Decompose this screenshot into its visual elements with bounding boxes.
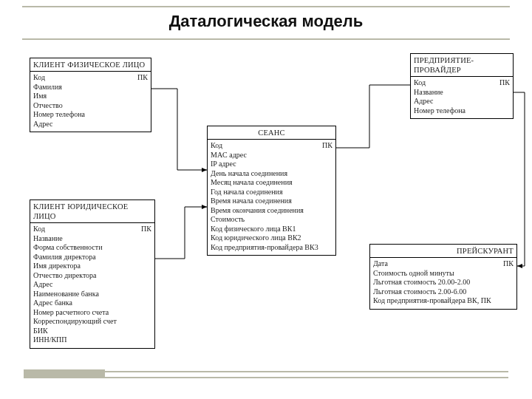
entity-header: СЕАНС [208, 126, 335, 140]
field-row: Имя директора [33, 262, 151, 271]
entity-body: КодПК MAC адрес IP адрес День начала сое… [208, 140, 335, 255]
field-row: Отчество [33, 101, 148, 111]
field-row: День начала соединения [211, 169, 332, 179]
field-row: Номер расчетного счета [33, 308, 151, 318]
field-row: Год начала соединения [211, 188, 332, 197]
footer-decoration [24, 371, 508, 378]
entity-body: ДатаПК Стоимость одной минуты Льготная с… [370, 258, 516, 309]
field-row: КодПК [33, 225, 151, 234]
title-bar: Даталогическая модель [22, 6, 510, 40]
entity-body: КодПК Название Адрес Номер телефона [411, 77, 513, 118]
entity-client-person: КЛИЕНТ ФИЗИЧЕСКОЕ ЛИЦО КодПК Фамилия Имя… [30, 58, 151, 132]
field-row: Время окончания соединения [211, 206, 332, 216]
field-row: Номер телефона [414, 106, 510, 116]
field-row: КодПК [414, 78, 510, 88]
entity-body: КодПК Фамилия Имя Отчество Номер телефон… [30, 72, 151, 132]
field-row: Имя [33, 92, 148, 101]
field-row: IP адрес [211, 160, 332, 169]
field-row: Адрес [414, 97, 510, 106]
field-row: Корреспондирующий счет [33, 317, 151, 327]
field-row: Льготная стоимость 2.00-6.00 [373, 287, 514, 297]
field-row: Код предприятия-провайдера ВК, ПК [373, 296, 514, 306]
field-row: Форма собственности [33, 243, 151, 253]
field-row: Фамилия директора [33, 253, 151, 262]
entity-header: ПРЕЙСКУРАНТ [370, 245, 516, 258]
entity-client-legal: КЛИЕНТ ЮРИДИЧЕСКОЕ ЛИЦО КодПК Название Ф… [30, 200, 155, 349]
field-row: Стоимость [211, 215, 332, 225]
field-row: Название [33, 234, 151, 244]
page-title: Даталогическая модель [22, 12, 510, 31]
field-row: Код предприятия-провайдера ВК3 [211, 243, 332, 253]
field-row: Время начала соединения [211, 197, 332, 206]
diagram-canvas: КЛИЕНТ ФИЗИЧЕСКОЕ ЛИЦО КодПК Фамилия Имя… [0, 44, 532, 399]
entity-provider: ПРЕДПРИЯТИЕ-ПРОВАЙДЕР КодПК Название Адр… [410, 53, 514, 119]
field-row: КодПК [33, 73, 148, 83]
field-row: Адрес [33, 280, 151, 290]
field-row: Адрес банка [33, 299, 151, 308]
field-row: Код юридического лица ВК2 [211, 233, 332, 243]
field-row: Фамилия [33, 83, 148, 92]
field-row: ИНН/КПП [33, 335, 151, 345]
entity-pricelist: ПРЕЙСКУРАНТ ДатаПК Стоимость одной минут… [369, 244, 517, 310]
field-row: ДатаПК [373, 259, 514, 269]
field-row: MAC адрес [211, 151, 332, 160]
entity-body: КодПК Название Форма собственности Фамил… [30, 223, 154, 348]
entity-session: СЕАНС КодПК MAC адрес IP адрес День нача… [207, 126, 336, 256]
field-row: Стоимость одной минуты [373, 269, 514, 279]
field-row: Название [414, 88, 510, 98]
field-row: Отчество директора [33, 271, 151, 281]
field-row: Код физического лица ВК1 [211, 225, 332, 234]
field-row: БИК [33, 327, 151, 336]
field-row: КодПК [211, 141, 332, 151]
entity-header: ПРЕДПРИЯТИЕ-ПРОВАЙДЕР [411, 54, 513, 77]
field-row: Наименование банка [33, 290, 151, 299]
entity-header: КЛИЕНТ ФИЗИЧЕСКОЕ ЛИЦО [30, 58, 151, 72]
field-row: Месяц начала соединения [211, 178, 332, 188]
field-row: Номер телефона [33, 110, 148, 120]
field-row: Адрес [33, 120, 148, 129]
entity-header: КЛИЕНТ ЮРИДИЧЕСКОЕ ЛИЦО [30, 200, 154, 223]
field-row: Льготная стоимость 20.00-2.00 [373, 278, 514, 287]
